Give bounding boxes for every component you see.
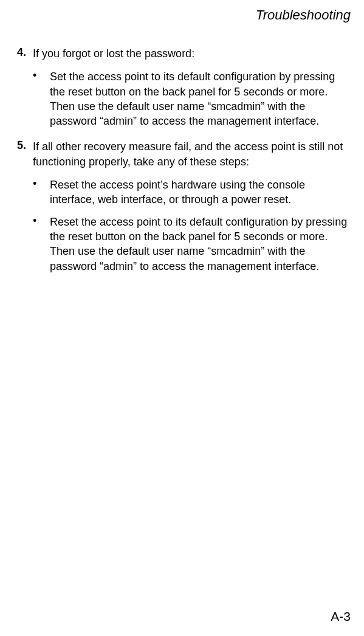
item-text: If all other recovery measure fail, and …: [33, 139, 351, 169]
bullet-item: • Reset the access point to its default …: [33, 215, 351, 274]
item-number: 4.: [17, 46, 33, 61]
bullet-item: • Reset the access point’s hardware usin…: [33, 178, 351, 207]
bullet-item: • Set the access point to its default co…: [33, 69, 351, 128]
page-number: A-3: [331, 609, 351, 624]
bullet-icon: •: [33, 178, 50, 207]
item-number: 5.: [17, 139, 33, 169]
item-text: If you forgot or lost the password:: [33, 46, 194, 61]
page-header-title: Troubleshooting: [17, 7, 351, 23]
bullet-text: Reset the access point’s hardware using …: [50, 178, 351, 207]
bullet-text: Reset the access point to its default co…: [50, 215, 351, 274]
list-item: 4. If you forgot or lost the password:: [17, 46, 351, 61]
bullet-icon: •: [33, 215, 50, 274]
list-item: 5. If all other recovery measure fail, a…: [17, 139, 351, 169]
bullet-icon: •: [33, 69, 50, 128]
bullet-text: Set the access point to its default conf…: [50, 69, 351, 128]
